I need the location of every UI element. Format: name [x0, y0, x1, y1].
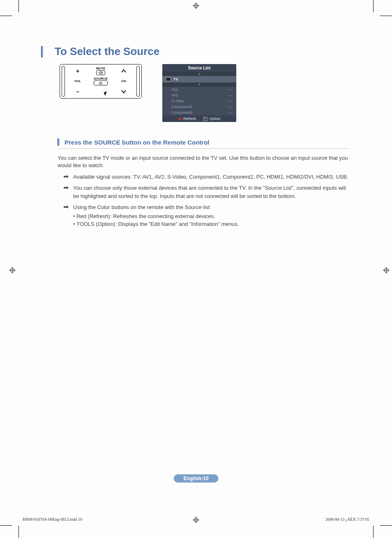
bullet-arrow-icon	[63, 184, 69, 200]
osd-footer: Refresh Option	[162, 115, 236, 122]
registration-mark-icon	[193, 2, 199, 9]
remote-diagram: + MUTE VOL SOURCE	[60, 64, 142, 99]
page-number-badge: English-10	[174, 474, 219, 483]
registration-mark-icon	[383, 267, 390, 274]
sub-bullet-item: • Red (Refresh): Refreshes the connectin…	[73, 212, 349, 221]
bullet-text: You can choose only those external devic…	[73, 184, 349, 200]
osd-refresh-label: Refresh	[183, 117, 196, 121]
sub-section: Press the SOURCE button on the Remote Co…	[58, 138, 349, 228]
sub-heading: Press the SOURCE button on the Remote Co…	[65, 139, 210, 146]
vol-down-icon: –	[76, 89, 79, 94]
bullet-item: Using the Color buttons on the remote wi…	[63, 203, 349, 228]
title-stripe-icon	[41, 46, 43, 57]
red-button-icon	[178, 118, 182, 120]
mute-icon	[96, 70, 106, 75]
osd-item-status: ----	[227, 87, 232, 92]
osd-scroll-up-icon	[162, 72, 236, 76]
source-list-osd: Source List TV AV1 ---- AV2 ---- S-Video	[162, 64, 236, 122]
remote-right-edge	[136, 66, 140, 97]
source-icon	[94, 80, 108, 85]
intro-paragraph: You can select the TV mode or an input s…	[58, 154, 349, 169]
source-column: SOURCE	[94, 77, 108, 85]
osd-item: AV2 ----	[162, 92, 236, 98]
osd-item-name: Component1	[171, 105, 193, 109]
osd-item-status: ----	[227, 93, 232, 97]
section-title-bar: To Select the Source	[41, 45, 349, 58]
osd-selected-label: TV	[173, 77, 178, 81]
osd-item: Component2 ----	[162, 110, 236, 115]
mute-label: MUTE	[96, 67, 106, 70]
footer-right: 2008-06-13 ¿ÀÈÄ 7:37:05	[325, 517, 369, 522]
figure-row: + MUTE VOL SOURCE	[60, 64, 349, 122]
bullet-block: Using the Color buttons on the remote wi…	[73, 203, 349, 228]
sub-bullet-item: • TOOLS (Option): Displays the "Edit Nam…	[73, 220, 349, 228]
bullet-arrow-icon	[63, 203, 69, 228]
osd-item: Component1 ----	[162, 104, 236, 110]
bullet-text: Available signal sources: TV, AV1, AV2, …	[73, 173, 349, 181]
osd-item: S-Video ----	[162, 98, 236, 104]
bullet-list: Available signal sources: TV, AV1, AV2, …	[63, 173, 349, 228]
source-label: SOURCE	[94, 77, 108, 80]
sub-stripe-icon	[58, 138, 60, 146]
page-content: To Select the Source + MUTE	[41, 45, 349, 228]
registration-mark-icon	[9, 267, 16, 274]
osd-item-name: AV2	[171, 93, 178, 97]
osd-item: AV1 ----	[162, 87, 236, 92]
remote-left-edge	[62, 66, 65, 97]
tv-icon	[166, 77, 171, 81]
bullet-text: Using the Color buttons on the remote wi…	[73, 204, 210, 210]
mute-column: MUTE	[96, 67, 106, 75]
ch-up-icon	[121, 68, 127, 74]
osd-item-name: Component2	[171, 110, 193, 115]
vol-up-icon: +	[76, 68, 79, 74]
osd-option: Option	[203, 117, 220, 121]
osd-item-name: S-Video	[171, 99, 184, 103]
osd-item-status: ----	[227, 110, 232, 115]
sub-bullet-list: • Red (Refresh): Refreshes the connectin…	[73, 212, 349, 228]
bullet-arrow-icon	[63, 173, 69, 181]
footer-left: BN68-01670A-00Eng-0613.indd 10	[23, 517, 82, 522]
osd-item-name: AV1	[171, 87, 178, 92]
crop-mark	[380, 525, 392, 526]
osd-item-status: ----	[227, 105, 232, 109]
section-title: To Select the Source	[55, 45, 159, 58]
manual-page: To Select the Source + MUTE	[0, 0, 392, 538]
crop-mark	[380, 16, 392, 16]
crop-mark	[373, 526, 374, 538]
tools-icon	[203, 117, 208, 121]
ch-label: CH	[121, 79, 126, 83]
osd-scroll-down-icon	[162, 83, 236, 87]
crop-mark	[373, 0, 374, 12]
remote-buttons: + MUTE VOL SOURCE	[67, 66, 135, 97]
osd-option-label: Option	[209, 117, 220, 121]
bullet-item: Available signal sources: TV, AV1, AV2, …	[63, 173, 349, 181]
svg-rect-14	[99, 83, 102, 84]
osd-selected-row: TV	[162, 76, 236, 83]
osd-title: Source List	[162, 64, 236, 72]
crop-mark	[0, 16, 12, 16]
sub-heading-row: Press the SOURCE button on the Remote Co…	[58, 138, 349, 149]
imprint-footer: BN68-01670A-00Eng-0613.indd 10 2008-06-1…	[23, 517, 369, 522]
bullet-item: You can choose only those external devic…	[63, 184, 349, 200]
crop-mark	[0, 525, 12, 526]
crop-mark	[18, 0, 19, 12]
callout-arrow-icon	[101, 90, 113, 104]
vol-label: VOL	[74, 79, 81, 83]
osd-item-status: ----	[227, 99, 232, 103]
crop-mark	[18, 526, 19, 538]
ch-down-icon	[121, 89, 127, 94]
osd-refresh: Refresh	[178, 117, 196, 121]
